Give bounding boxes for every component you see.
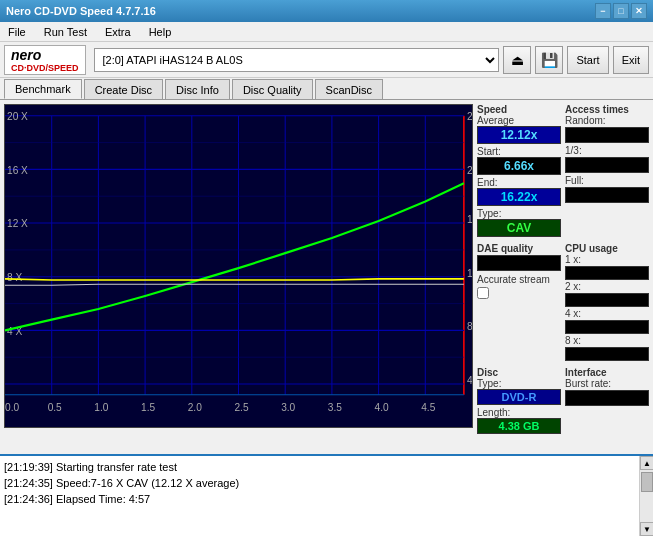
speed-header: Speed xyxy=(477,104,561,115)
disc-type-value: DVD-R xyxy=(477,389,561,405)
menu-run-test[interactable]: Run Test xyxy=(40,24,91,40)
maximize-button[interactable]: □ xyxy=(613,3,629,19)
svg-text:2.0: 2.0 xyxy=(188,402,202,413)
speed-avg-label: Average xyxy=(477,115,561,126)
log-scrollbar: ▲ ▼ xyxy=(639,456,653,536)
svg-text:2.5: 2.5 xyxy=(234,402,248,413)
speed-section: Speed Average 12.12x Start: 6.66x End: 1… xyxy=(477,104,561,237)
svg-text:8: 8 xyxy=(467,321,472,332)
close-button[interactable]: ✕ xyxy=(631,3,647,19)
speed-start-label: Start: xyxy=(477,146,561,157)
logo-nero: nero xyxy=(11,47,79,63)
tab-benchmark[interactable]: Benchmark xyxy=(4,79,82,99)
svg-text:4.0: 4.0 xyxy=(375,402,389,413)
interface-section: Interface Burst rate: xyxy=(565,367,649,434)
svg-text:3.0: 3.0 xyxy=(281,402,295,413)
chart-svg: 20 X 16 X 12 X 8 X 4 X 24 20 16 12 8 4 0… xyxy=(5,105,472,427)
disc-type-label: Type: xyxy=(477,378,561,389)
speed-start-value: 6.66x xyxy=(477,157,561,175)
tab-scan-disc[interactable]: ScanDisc xyxy=(315,79,383,99)
accurate-label: Accurate stream xyxy=(477,274,561,285)
speed-type-label: Type: xyxy=(477,208,561,219)
cpu-8x-label: 8 x: xyxy=(565,335,649,346)
burst-value-box xyxy=(565,390,649,406)
disc-section: Disc Type: DVD-R Length: 4.38 GB xyxy=(477,367,561,434)
tabs: Benchmark Create Disc Disc Info Disc Qua… xyxy=(0,78,653,100)
full-value-box xyxy=(565,187,649,203)
tab-disc-info[interactable]: Disc Info xyxy=(165,79,230,99)
svg-text:3.5: 3.5 xyxy=(328,402,342,413)
disc-header: Disc xyxy=(477,367,561,378)
svg-text:8 X: 8 X xyxy=(7,272,22,283)
cpu-2x-label: 2 x: xyxy=(565,281,649,292)
log-line-3: [21:24:36] Elapsed Time: 4:57 xyxy=(4,491,635,507)
dae-header: DAE quality xyxy=(477,243,561,254)
menu-help[interactable]: Help xyxy=(145,24,176,40)
menu-file[interactable]: File xyxy=(4,24,30,40)
menu-bar: File Run Test Extra Help xyxy=(0,22,653,42)
cpu-section: CPU usage 1 x: 2 x: 4 x: 8 x: xyxy=(565,243,649,361)
svg-text:4.5: 4.5 xyxy=(421,402,435,413)
svg-text:12: 12 xyxy=(467,267,472,278)
cpu-1x-label: 1 x: xyxy=(565,254,649,265)
speed-end-value: 16.22x xyxy=(477,188,561,206)
app-title: Nero CD-DVD Speed 4.7.7.16 xyxy=(6,5,156,17)
scroll-up-button[interactable]: ▲ xyxy=(640,456,653,470)
cpu-4x-box xyxy=(565,320,649,334)
cpu-8x-box xyxy=(565,347,649,361)
svg-text:24: 24 xyxy=(467,111,472,122)
scroll-thumb[interactable] xyxy=(641,472,653,492)
access-times-section: Access times Random: 1/3: Full: xyxy=(565,104,649,237)
speed-end-label: End: xyxy=(477,177,561,188)
window-controls: − □ ✕ xyxy=(595,3,647,19)
svg-text:16: 16 xyxy=(467,214,472,225)
exit-button[interactable]: Exit xyxy=(613,46,649,74)
svg-text:0.0: 0.0 xyxy=(5,402,19,413)
drive-selector[interactable]: [2:0] ATAPI iHAS124 B AL0S xyxy=(94,48,500,72)
speed-type-value: CAV xyxy=(477,219,561,237)
title-bar: Nero CD-DVD Speed 4.7.7.16 − □ ✕ xyxy=(0,0,653,22)
eject-button[interactable]: ⏏ xyxy=(503,46,531,74)
interface-header: Interface xyxy=(565,367,649,378)
access-header: Access times xyxy=(565,104,649,115)
tab-create-disc[interactable]: Create Disc xyxy=(84,79,163,99)
svg-text:0.5: 0.5 xyxy=(48,402,62,413)
svg-text:4: 4 xyxy=(467,375,472,386)
log-line-1: [21:19:39] Starting transfer rate test xyxy=(4,459,635,475)
cpu-1x-box xyxy=(565,266,649,280)
random-value-box xyxy=(565,127,649,143)
svg-text:12 X: 12 X xyxy=(7,218,28,229)
right-panel: Speed Average 12.12x Start: 6.66x End: 1… xyxy=(475,100,653,432)
svg-text:20: 20 xyxy=(467,164,472,175)
cpu-2x-box xyxy=(565,293,649,307)
accurate-row xyxy=(477,287,561,299)
dae-value-box xyxy=(477,255,561,271)
tab-disc-quality[interactable]: Disc Quality xyxy=(232,79,313,99)
toolbar: nero CD·DVD/SPEED [2:0] ATAPI iHAS124 B … xyxy=(0,42,653,78)
accurate-checkbox[interactable] xyxy=(477,287,489,299)
minimize-button[interactable]: − xyxy=(595,3,611,19)
burst-label: Burst rate: xyxy=(565,378,649,389)
start-button[interactable]: Start xyxy=(567,46,608,74)
onethird-value-box xyxy=(565,157,649,173)
cpu-4x-label: 4 x: xyxy=(565,308,649,319)
log-line-2: [21:24:35] Speed:7-16 X CAV (12.12 X ave… xyxy=(4,475,635,491)
dae-section: DAE quality Accurate stream xyxy=(477,243,561,361)
svg-text:1.5: 1.5 xyxy=(141,402,155,413)
scroll-down-button[interactable]: ▼ xyxy=(640,522,653,536)
cpu-header: CPU usage xyxy=(565,243,649,254)
chart-area: 20 X 16 X 12 X 8 X 4 X 24 20 16 12 8 4 0… xyxy=(4,104,473,428)
disc-length-value: 4.38 GB xyxy=(477,418,561,434)
svg-text:20 X: 20 X xyxy=(7,111,28,122)
menu-extra[interactable]: Extra xyxy=(101,24,135,40)
logo-sub: CD·DVD/SPEED xyxy=(11,63,79,73)
log-content: [21:19:39] Starting transfer rate test [… xyxy=(0,456,639,536)
scroll-track xyxy=(640,470,653,522)
random-label: Random: xyxy=(565,115,649,126)
save-button[interactable]: 💾 xyxy=(535,46,563,74)
svg-text:1.0: 1.0 xyxy=(94,402,108,413)
svg-text:16 X: 16 X xyxy=(7,164,28,175)
log-area: [21:19:39] Starting transfer rate test [… xyxy=(0,454,653,536)
logo: nero CD·DVD/SPEED xyxy=(4,45,86,75)
full-label: Full: xyxy=(565,175,649,186)
